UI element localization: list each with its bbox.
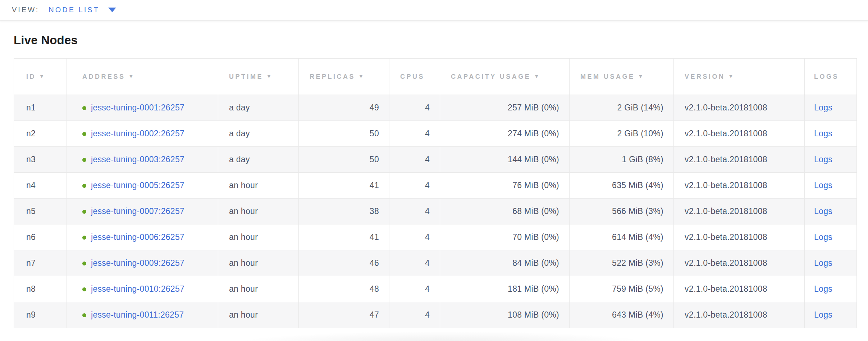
node-address-link[interactable]: jesse-tuning-0001:26257 [91, 103, 184, 112]
cell-uptime: an hour [218, 250, 299, 276]
sort-caret-icon: ▼ [266, 73, 271, 79]
logs-link[interactable]: Logs [814, 181, 832, 190]
view-selector-dropdown[interactable]: NODE LIST [49, 6, 116, 14]
cell-cpus: 4 [389, 224, 440, 250]
column-header-version[interactable]: VERSION▼ [674, 59, 805, 95]
logs-link[interactable]: Logs [814, 129, 832, 138]
node-address-link[interactable]: jesse-tuning-0009:26257 [91, 258, 184, 268]
node-address-link[interactable]: jesse-tuning-0005:26257 [91, 181, 184, 190]
column-header-capacity_usage[interactable]: CAPACITY USAGE▼ [440, 59, 570, 95]
node-address-link[interactable]: jesse-tuning-0002:26257 [91, 129, 184, 138]
node-address-link[interactable]: jesse-tuning-0003:26257 [91, 155, 184, 164]
cell-version: v2.1.0-beta.20181008 [674, 302, 805, 328]
cell-mem_usage: 2 GiB (14%) [570, 95, 674, 121]
logs-link[interactable]: Logs [814, 284, 832, 294]
cell-address: jesse-tuning-0007:26257 [67, 199, 218, 224]
cell-uptime: an hour [218, 173, 299, 199]
node-status-live-icon [82, 158, 86, 162]
node-address-link[interactable]: jesse-tuning-0010:26257 [91, 284, 184, 294]
cell-capacity_usage: 68 MiB (0%) [440, 199, 570, 224]
node-status-live-icon [82, 184, 86, 188]
cell-capacity_usage: 181 MiB (0%) [440, 276, 570, 302]
table-row: n6jesse-tuning-0006:26257an hour41470 Mi… [14, 224, 857, 250]
column-header-label: ADDRESS [82, 73, 125, 80]
cell-address: jesse-tuning-0009:26257 [67, 250, 218, 276]
node-status-live-icon [82, 106, 86, 110]
sort-caret-icon: ▼ [534, 73, 539, 79]
node-address-link[interactable]: jesse-tuning-0011:26257 [91, 310, 184, 319]
cell-cpus: 4 [389, 199, 440, 224]
cell-version: v2.1.0-beta.20181008 [674, 276, 805, 302]
cell-version: v2.1.0-beta.20181008 [674, 147, 805, 173]
cell-id: n5 [14, 199, 67, 224]
cell-mem_usage: 1 GiB (8%) [570, 147, 674, 173]
cell-cpus: 4 [389, 302, 440, 328]
logs-link[interactable]: Logs [814, 206, 832, 216]
column-header-label: CPUS [400, 73, 425, 80]
logs-link[interactable]: Logs [814, 232, 832, 242]
column-header-mem_usage[interactable]: MEM USAGE▼ [570, 59, 674, 95]
node-address-link[interactable]: jesse-tuning-0006:26257 [91, 232, 184, 242]
logs-link[interactable]: Logs [814, 310, 832, 319]
cell-capacity_usage: 108 MiB (0%) [440, 302, 570, 328]
column-header-address[interactable]: ADDRESS▼ [67, 59, 218, 95]
cell-uptime: an hour [218, 224, 299, 250]
cell-id: n8 [14, 276, 67, 302]
cell-replicas: 48 [299, 276, 389, 302]
sort-caret-icon: ▼ [129, 73, 134, 79]
cell-logs: Logs [805, 250, 857, 276]
cell-version: v2.1.0-beta.20181008 [674, 121, 805, 147]
cell-replicas: 46 [299, 250, 389, 276]
table-row: n1jesse-tuning-0001:26257a day494257 MiB… [14, 95, 857, 121]
cell-address: jesse-tuning-0001:26257 [67, 95, 218, 121]
column-header-uptime[interactable]: UPTIME▼ [218, 59, 299, 95]
caret-down-icon [108, 8, 116, 12]
view-bar-label: VIEW: [12, 6, 39, 14]
column-header-label: REPLICAS [310, 73, 355, 80]
cell-logs: Logs [805, 302, 857, 328]
cell-version: v2.1.0-beta.20181008 [674, 95, 805, 121]
cell-uptime: an hour [218, 302, 299, 328]
logs-link[interactable]: Logs [814, 258, 832, 268]
page-title: Live Nodes [14, 21, 868, 47]
sort-caret-icon: ▼ [728, 73, 734, 79]
cell-cpus: 4 [389, 121, 440, 147]
logs-link[interactable]: Logs [814, 155, 832, 164]
node-status-live-icon [82, 287, 86, 291]
table-row: n3jesse-tuning-0003:26257a day504144 MiB… [14, 147, 857, 173]
logs-link[interactable]: Logs [814, 103, 832, 112]
cell-cpus: 4 [389, 147, 440, 173]
cell-replicas: 49 [299, 95, 389, 121]
column-header-logs: LOGS [805, 59, 857, 95]
view-bar: VIEW: NODE LIST [0, 0, 868, 21]
live-nodes-table: ID▼ADDRESS▼UPTIME▼REPLICAS▼CPUSCAPACITY … [14, 58, 857, 328]
table-row: n7jesse-tuning-0009:26257an hour46484 Mi… [14, 250, 857, 276]
cell-replicas: 50 [299, 121, 389, 147]
table-row: n9jesse-tuning-0011:26257an hour474108 M… [14, 302, 857, 328]
cell-version: v2.1.0-beta.20181008 [674, 224, 805, 250]
table-header: ID▼ADDRESS▼UPTIME▼REPLICAS▼CPUSCAPACITY … [14, 59, 857, 95]
column-header-id[interactable]: ID▼ [14, 59, 67, 95]
cell-address: jesse-tuning-0005:26257 [67, 173, 218, 199]
column-header-label: VERSION [685, 73, 725, 80]
node-status-live-icon [82, 236, 86, 240]
node-status-live-icon [82, 313, 86, 317]
cell-id: n9 [14, 302, 67, 328]
cell-capacity_usage: 274 MiB (0%) [440, 121, 570, 147]
cell-mem_usage: 566 MiB (3%) [570, 199, 674, 224]
cell-mem_usage: 2 GiB (10%) [570, 121, 674, 147]
node-address-link[interactable]: jesse-tuning-0007:26257 [91, 206, 184, 216]
cell-uptime: an hour [218, 276, 299, 302]
cell-replicas: 47 [299, 302, 389, 328]
cell-id: n7 [14, 250, 67, 276]
cell-replicas: 41 [299, 224, 389, 250]
column-header-replicas[interactable]: REPLICAS▼ [299, 59, 389, 95]
cell-address: jesse-tuning-0003:26257 [67, 147, 218, 173]
column-header-label: UPTIME [229, 73, 263, 80]
cell-cpus: 4 [389, 276, 440, 302]
cell-mem_usage: 614 MiB (4%) [570, 224, 674, 250]
cell-replicas: 50 [299, 147, 389, 173]
table-row: n4jesse-tuning-0005:26257an hour41476 Mi… [14, 173, 857, 199]
cell-capacity_usage: 76 MiB (0%) [440, 173, 570, 199]
cell-id: n2 [14, 121, 67, 147]
